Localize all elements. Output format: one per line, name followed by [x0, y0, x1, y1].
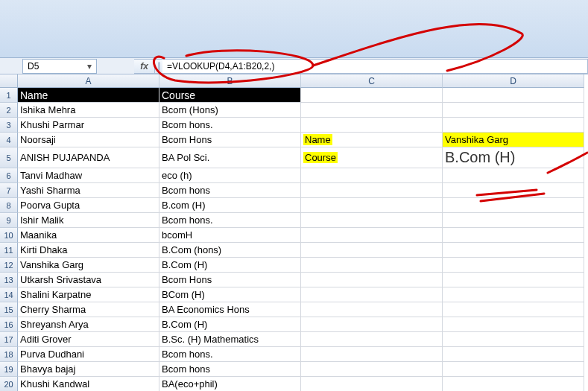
- cell-d10[interactable]: [443, 228, 584, 243]
- row-header[interactable]: 8: [0, 198, 18, 213]
- cell-b8[interactable]: B.com (H): [159, 198, 301, 213]
- cell-d5[interactable]: B.Com (H): [443, 147, 584, 168]
- cell-d18[interactable]: [443, 347, 584, 362]
- cell-a3[interactable]: Khushi Parmar: [18, 118, 159, 133]
- cell-b12[interactable]: B.Com (H): [159, 258, 301, 273]
- cell-c14[interactable]: [301, 287, 443, 302]
- cell-c9[interactable]: [301, 213, 443, 228]
- formula-input[interactable]: =VLOOKUP(D4,A1:B20,2,): [162, 59, 588, 74]
- cell-b7[interactable]: Bcom hons: [159, 183, 301, 198]
- cell-a8[interactable]: Poorva Gupta: [18, 198, 159, 213]
- name-box[interactable]: D5 ▾: [22, 59, 97, 74]
- row-header[interactable]: 3: [0, 118, 18, 133]
- row-header[interactable]: 12: [0, 258, 18, 273]
- cell-b4[interactable]: Bcom Hons: [159, 133, 301, 147]
- cell-c13[interactable]: [301, 273, 443, 287]
- cell-c20[interactable]: [301, 377, 443, 391]
- row-header[interactable]: 17: [0, 332, 18, 347]
- cell-c16[interactable]: [301, 317, 443, 332]
- cell-b20[interactable]: BA(eco+phil): [159, 377, 301, 391]
- cell-c8[interactable]: [301, 198, 443, 213]
- cell-b18[interactable]: Bcom hons.: [159, 347, 301, 362]
- cell-b15[interactable]: BA Economics Hons: [159, 302, 301, 317]
- cell-a20[interactable]: Khushi Kandwal: [18, 377, 159, 391]
- row-header[interactable]: 11: [0, 243, 18, 258]
- cell-c1[interactable]: [301, 88, 443, 103]
- cell-a2[interactable]: Ishika Mehra: [18, 103, 159, 118]
- cell-a14[interactable]: Shalini Karpatne: [18, 287, 159, 302]
- cell-b2[interactable]: Bcom (Hons): [159, 103, 301, 118]
- col-header-c[interactable]: C: [301, 74, 443, 88]
- name-box-dropdown-icon[interactable]: ▾: [84, 61, 95, 71]
- cell-d1[interactable]: [443, 88, 584, 103]
- row-header[interactable]: 9: [0, 213, 18, 228]
- row-header[interactable]: 18: [0, 347, 18, 362]
- cell-c11[interactable]: [301, 243, 443, 258]
- cell-a10[interactable]: Maanika: [18, 228, 159, 243]
- cell-c10[interactable]: [301, 228, 443, 243]
- cell-d13[interactable]: [443, 273, 584, 287]
- select-all-corner[interactable]: [0, 74, 18, 88]
- cell-b9[interactable]: Bcom hons.: [159, 213, 301, 228]
- formula-bar-grip[interactable]: [155, 59, 162, 74]
- row-header[interactable]: 15: [0, 302, 18, 317]
- cell-a4[interactable]: Noorsaji: [18, 133, 159, 147]
- cell-a15[interactable]: Cherry Sharma: [18, 302, 159, 317]
- cell-d20[interactable]: [443, 377, 584, 391]
- cell-b17[interactable]: B.Sc. (H) Mathematics: [159, 332, 301, 347]
- row-header[interactable]: 5: [0, 147, 18, 168]
- cell-d3[interactable]: [443, 118, 584, 133]
- cell-b11[interactable]: B.Com (hons): [159, 243, 301, 258]
- cell-a19[interactable]: Bhavya bajaj: [18, 362, 159, 377]
- row-header[interactable]: 13: [0, 273, 18, 287]
- cell-a13[interactable]: Utkarsh Srivastava: [18, 273, 159, 287]
- row-header[interactable]: 2: [0, 103, 18, 118]
- cell-c6[interactable]: [301, 168, 443, 183]
- cell-d9[interactable]: [443, 213, 584, 228]
- cell-b6[interactable]: eco (h): [159, 168, 301, 183]
- cell-b16[interactable]: B.Com (H): [159, 317, 301, 332]
- cell-d2[interactable]: [443, 103, 584, 118]
- row-header[interactable]: 19: [0, 362, 18, 377]
- cell-d14[interactable]: [443, 287, 584, 302]
- cell-a1[interactable]: Name: [18, 88, 159, 103]
- cell-b10[interactable]: bcomH: [159, 228, 301, 243]
- cell-d12[interactable]: [443, 258, 584, 273]
- cell-c2[interactable]: [301, 103, 443, 118]
- cell-b3[interactable]: Bcom hons.: [159, 118, 301, 133]
- cell-c19[interactable]: [301, 362, 443, 377]
- cell-b13[interactable]: Bcom Hons: [159, 273, 301, 287]
- cell-d17[interactable]: [443, 332, 584, 347]
- col-header-d[interactable]: D: [443, 74, 584, 88]
- cell-c15[interactable]: [301, 302, 443, 317]
- row-header[interactable]: 16: [0, 317, 18, 332]
- cell-a18[interactable]: Purva Dudhani: [18, 347, 159, 362]
- cell-b19[interactable]: Bcom hons: [159, 362, 301, 377]
- cell-c5[interactable]: Course: [301, 147, 443, 168]
- row-header[interactable]: 7: [0, 183, 18, 198]
- row-header[interactable]: 14: [0, 287, 18, 302]
- cell-c12[interactable]: [301, 258, 443, 273]
- row-header[interactable]: 20: [0, 377, 18, 391]
- cell-d8[interactable]: [443, 198, 584, 213]
- cell-d7[interactable]: [443, 183, 584, 198]
- cell-a9[interactable]: Ishir Malik: [18, 213, 159, 228]
- cell-d4[interactable]: Vanshika Garg: [443, 133, 584, 147]
- cell-c4[interactable]: Name: [301, 133, 443, 147]
- cell-a7[interactable]: Yashi Sharma: [18, 183, 159, 198]
- cell-a17[interactable]: Aditi Grover: [18, 332, 159, 347]
- cell-d15[interactable]: [443, 302, 584, 317]
- col-header-b[interactable]: B: [159, 74, 301, 88]
- row-header[interactable]: 6: [0, 168, 18, 183]
- cell-b1[interactable]: Course: [159, 88, 301, 103]
- col-header-a[interactable]: A: [18, 74, 159, 88]
- cell-b14[interactable]: BCom (H): [159, 287, 301, 302]
- cell-d6[interactable]: [443, 168, 584, 183]
- cell-c3[interactable]: [301, 118, 443, 133]
- row-header[interactable]: 4: [0, 133, 18, 147]
- cell-d19[interactable]: [443, 362, 584, 377]
- cell-c17[interactable]: [301, 332, 443, 347]
- row-header[interactable]: 10: [0, 228, 18, 243]
- cell-a16[interactable]: Shreyansh Arya: [18, 317, 159, 332]
- cell-d16[interactable]: [443, 317, 584, 332]
